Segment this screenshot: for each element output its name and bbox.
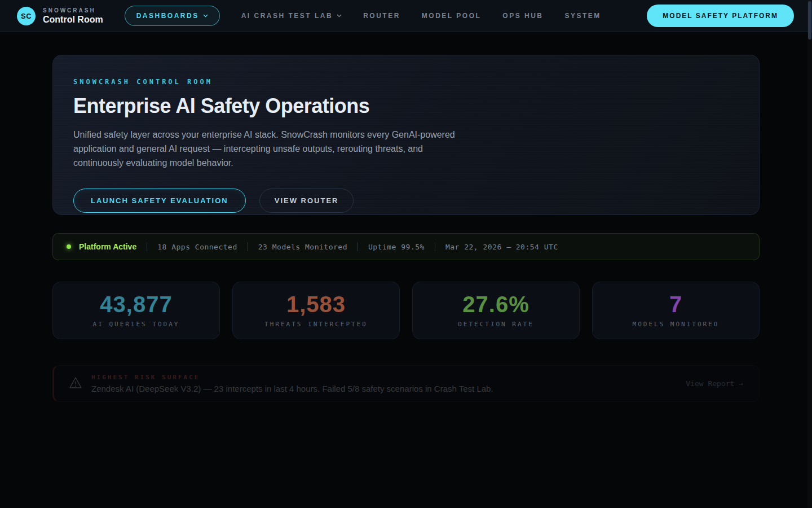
launch-safety-evaluation-button[interactable]: LAUNCH SAFETY EVALUATION — [73, 189, 246, 213]
status-label: Platform Active — [79, 242, 136, 251]
stats-row: 43,877 AI QUERIES TODAY 1,583 THREATS IN… — [52, 282, 760, 339]
brand-text: SNOWCRASH Control Room — [43, 7, 103, 25]
nav-item-router[interactable]: ROUTER — [363, 12, 400, 20]
alert-message: Zendesk AI (DeepSeek V3.2) — 23 intercep… — [91, 384, 493, 393]
warning-triangle-icon — [69, 376, 82, 391]
hero-eyebrow: SNOWCRASH CONTROL ROOM — [73, 78, 739, 86]
stat-card-detection-rate: 27.6% DETECTION RATE — [412, 282, 580, 339]
platform-status-bar: Platform Active 18 Apps Connected 23 Mod… — [52, 233, 760, 260]
nav-item-label: SYSTEM — [564, 12, 601, 20]
hero-actions: LAUNCH SAFETY EVALUATION VIEW ROUTER — [73, 189, 739, 213]
chevron-down-icon — [203, 14, 208, 17]
nav-item-system[interactable]: SYSTEM — [564, 12, 601, 20]
stat-label: DETECTION RATE — [458, 321, 534, 328]
nav-item-label: ROUTER — [363, 12, 400, 20]
stat-label: AI QUERIES TODAY — [93, 321, 180, 328]
stat-value: 7 — [669, 293, 682, 316]
main-content: SNOWCRASH CONTROL ROOM Enterprise AI Saf… — [52, 55, 760, 402]
timestamp: Mar 22, 2026 — 20:54 UTC — [445, 243, 558, 251]
nav-item-label: AI CRASH TEST LAB — [241, 12, 333, 20]
models-monitored-stat: 23 Models Monitored — [258, 243, 347, 251]
nav-items: DASHBOARDS AI CRASH TEST LAB ROUTER MODE… — [125, 6, 601, 26]
brand[interactable]: SC SNOWCRASH Control Room — [17, 7, 103, 25]
apps-connected-stat: 18 Apps Connected — [157, 243, 237, 251]
nav-item-label: DASHBOARDS — [136, 12, 199, 20]
stat-card-threats-intercepted: 1,583 THREATS INTERCEPTED — [232, 282, 400, 339]
chevron-down-icon — [337, 14, 342, 17]
stat-card-models-monitored: 7 MODELS MONITORED — [592, 282, 760, 339]
page-title: Enterprise AI Safety Operations — [73, 94, 739, 118]
nav-item-model-pool[interactable]: MODEL POOL — [422, 12, 481, 20]
brand-top-label: SNOWCRASH — [43, 7, 103, 14]
view-report-link[interactable]: View Report → — [686, 379, 743, 388]
alert-label: HIGHEST RISK SURFACE — [91, 374, 493, 381]
highest-risk-alert: HIGHEST RISK SURFACE Zendesk AI (DeepSee… — [52, 365, 760, 402]
stat-label: THREATS INTERCEPTED — [264, 321, 368, 328]
nav-item-ai-crash-test-lab[interactable]: AI CRASH TEST LAB — [241, 12, 342, 20]
divider — [358, 242, 358, 251]
scrollbar-thumb[interactable] — [808, 1, 811, 40]
hero-panel: SNOWCRASH CONTROL ROOM Enterprise AI Saf… — [52, 55, 760, 215]
logo-icon: SC — [17, 7, 36, 25]
brand-bottom-label: Control Room — [43, 15, 103, 25]
hero-description: Unified safety layer across your enterpr… — [73, 128, 468, 170]
stat-value: 1,583 — [286, 293, 346, 316]
view-router-button[interactable]: VIEW ROUTER — [259, 189, 354, 213]
stat-label: MODELS MONITORED — [633, 321, 720, 328]
status-active-icon — [67, 244, 71, 249]
top-nav: SC SNOWCRASH Control Room DASHBOARDS AI … — [0, 0, 812, 32]
divider — [147, 242, 147, 251]
stat-value: 27.6% — [462, 293, 529, 316]
model-safety-platform-button[interactable]: MODEL SAFETY PLATFORM — [647, 5, 794, 27]
nav-item-ops-hub[interactable]: OPS HUB — [502, 12, 543, 20]
divider — [248, 242, 248, 251]
alert-content: HIGHEST RISK SURFACE Zendesk AI (DeepSee… — [91, 374, 493, 393]
nav-item-label: OPS HUB — [502, 12, 543, 20]
stat-value: 43,877 — [100, 293, 172, 316]
nav-item-label: MODEL POOL — [422, 12, 481, 20]
uptime-stat: Uptime 99.5% — [368, 243, 425, 251]
stat-card-ai-queries: 43,877 AI QUERIES TODAY — [52, 282, 220, 339]
scrollbar[interactable] — [807, 0, 812, 508]
divider — [435, 242, 435, 251]
nav-item-dashboards[interactable]: DASHBOARDS — [125, 6, 220, 26]
